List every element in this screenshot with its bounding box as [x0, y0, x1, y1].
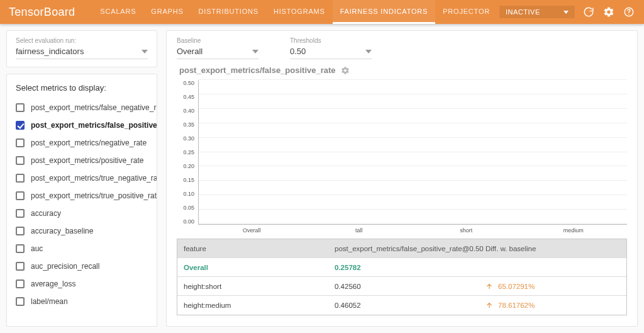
ytick: 0.40 [183, 108, 194, 114]
threshold-label: Thresholds [290, 37, 372, 44]
ytick: 0.05 [183, 205, 194, 211]
metric-label: post_export_metrics/true_negative_rate [31, 174, 157, 183]
inactive-select-label: INACTIVE [506, 8, 540, 16]
tab-projector[interactable]: PROJECTOR [435, 0, 497, 24]
gear-icon[interactable] [341, 66, 350, 75]
metrics-list: post_export_metrics/false_negative_ratep… [16, 99, 148, 310]
chart-title: post_export_metrics/false_positive_rate [179, 65, 336, 75]
threshold-select[interactable]: 0.50 [290, 45, 372, 59]
gridline [199, 223, 627, 224]
cell-value: 0.42560 [328, 278, 479, 295]
cell-feature: height:short [177, 278, 328, 295]
tab-distributions[interactable]: DISTRIBUTIONS [191, 0, 266, 24]
arrow-up-icon [486, 302, 493, 309]
metric-row[interactable]: auc_precision_recall [16, 257, 148, 275]
xlabel: Overall [198, 227, 306, 234]
tab-histograms[interactable]: HISTOGRAMS [266, 0, 333, 24]
gridline [199, 108, 627, 109]
chevron-down-icon [564, 11, 569, 14]
metric-row[interactable]: post_export_metrics/false_positive_rate [16, 116, 148, 134]
cell-diff [479, 263, 626, 272]
metric-label: auc_precision_recall [31, 262, 99, 271]
brand-title: TensorBoard [9, 0, 92, 24]
baseline-control: Baseline Overall [177, 37, 258, 59]
eval-run-value: fairness_indicators [16, 47, 84, 56]
help-icon[interactable] [623, 6, 635, 18]
metric-row[interactable]: post_export_metrics/positive_rate [16, 152, 148, 169]
refresh-icon[interactable] [582, 6, 595, 18]
ytick: 0.50 [183, 80, 194, 86]
metric-row[interactable]: post_export_metrics/false_negative_rate [16, 99, 148, 116]
checkbox[interactable] [16, 174, 25, 183]
gridline [199, 79, 627, 80]
eval-run-card: Select evaluation run: fairness_indicato… [6, 30, 157, 67]
metric-label: label/mean [31, 297, 68, 306]
topbar-right: INACTIVE [499, 0, 635, 24]
gear-icon[interactable] [602, 6, 615, 18]
metric-label: accuracy [31, 209, 61, 218]
metric-row[interactable]: accuracy [16, 205, 148, 222]
metric-row[interactable]: post_export_metrics/negative_rate [16, 134, 148, 152]
checkbox[interactable] [16, 297, 25, 306]
xlabel: tall [306, 227, 413, 234]
gridline [199, 94, 627, 94]
checkbox[interactable] [16, 279, 25, 288]
controls-row: Baseline Overall Thresholds 0.50 [177, 37, 627, 59]
tab-graphs[interactable]: GRAPHS [143, 0, 191, 24]
metrics-title: Select metrics to display: [16, 83, 148, 93]
cell-value: 0.46052 [328, 297, 479, 313]
checkbox[interactable] [16, 227, 25, 235]
metric-row[interactable]: post_export_metrics/true_negative_rate [16, 169, 148, 187]
checkbox[interactable] [16, 156, 25, 165]
baseline-select[interactable]: Overall [177, 45, 258, 59]
chart-yaxis: 0.500.450.400.350.300.250.200.150.100.05… [177, 80, 198, 225]
sidebar: Select evaluation run: fairness_indicato… [0, 24, 164, 333]
tab-fairness-indicators[interactable]: FAIRNESS INDICATORS [333, 0, 435, 24]
checkbox[interactable] [16, 103, 25, 112]
metric-label: post_export_metrics/negative_rate [31, 138, 147, 147]
checkbox[interactable] [16, 244, 25, 253]
diff-value: 65.07291% [498, 283, 535, 290]
xlabel: short [413, 227, 520, 234]
metric-row[interactable]: label/mean [16, 293, 148, 310]
table-header-row: feature post_export_metrics/false_positi… [177, 239, 626, 258]
cell-feature: height:medium [177, 297, 328, 313]
metric-row[interactable]: auc [16, 240, 148, 257]
metric-label: post_export_metrics/false_negative_rate [31, 103, 157, 112]
gridline [199, 209, 627, 210]
ytick: 0.30 [183, 135, 194, 142]
table-row: Overall0.25782 [177, 258, 626, 277]
checkbox[interactable] [16, 262, 25, 271]
chart: 0.500.450.400.350.300.250.200.150.100.05… [177, 80, 627, 225]
chart-plot [198, 80, 627, 225]
chevron-down-icon [252, 50, 258, 54]
checkbox[interactable] [16, 191, 25, 200]
metric-row[interactable]: average_loss [16, 275, 148, 293]
tab-scalars[interactable]: SCALARS [92, 0, 143, 24]
metric-label: post_export_metrics/positive_rate [31, 156, 143, 165]
gridline [199, 180, 627, 181]
checkbox[interactable] [16, 138, 25, 147]
gridline [199, 137, 627, 138]
table-header-metric: post_export_metrics/false_positive_rate@… [328, 240, 479, 257]
checkbox[interactable] [16, 121, 25, 130]
cell-value: 0.25782 [328, 259, 479, 276]
threshold-control: Thresholds 0.50 [290, 37, 372, 59]
metric-label: post_export_metrics/true_positive_rate [31, 191, 157, 200]
chart-xaxis: Overalltallshortmedium [177, 227, 627, 234]
ytick: 0.20 [183, 163, 194, 169]
cell-diff: 65.07291% [479, 278, 626, 295]
gridline [199, 166, 627, 166]
ytick: 0.10 [183, 191, 194, 197]
inactive-plugins-select[interactable]: INACTIVE [499, 6, 575, 18]
gridline [199, 152, 627, 152]
checkbox[interactable] [16, 209, 25, 218]
eval-run-select[interactable]: fairness_indicators [16, 45, 148, 59]
chart-title-row: post_export_metrics/false_positive_rate [179, 65, 627, 75]
metric-row[interactable]: post_export_metrics/true_positive_rate [16, 187, 148, 205]
metric-label: average_loss [31, 279, 75, 288]
topbar: TensorBoard SCALARSGRAPHSDISTRIBUTIONSHI… [0, 0, 644, 24]
ytick: 0.45 [183, 94, 194, 100]
diff-value: 78.61762% [498, 302, 535, 309]
metric-row[interactable]: accuracy_baseline [16, 222, 148, 240]
